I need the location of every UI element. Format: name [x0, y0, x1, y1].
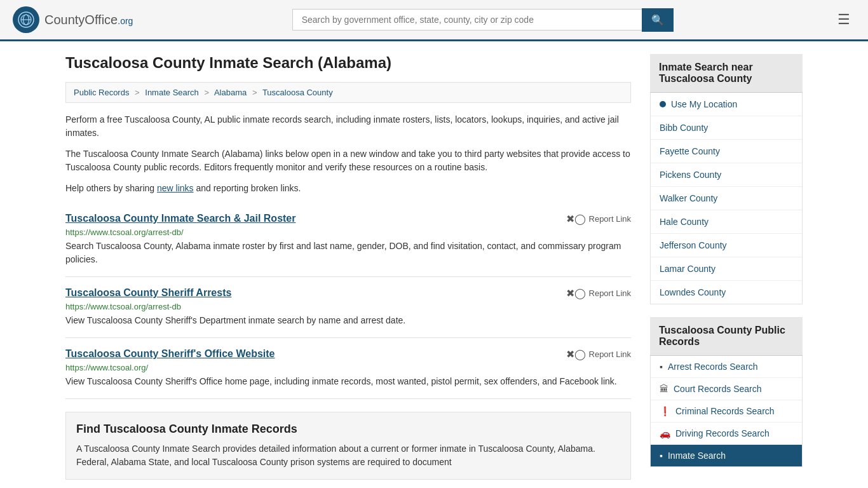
report-icon-3: ✖◯ — [566, 348, 586, 360]
nearby-walker-link[interactable]: Walker County — [660, 193, 717, 203]
breadcrumb: Public Records > Inmate Search > Alabama… — [65, 82, 631, 103]
search-button[interactable]: 🔍 — [642, 8, 674, 32]
result-title-1[interactable]: Tuscaloosa County Inmate Search & Jail R… — [65, 213, 295, 224]
result-header-1: Tuscaloosa County Inmate Search & Jail R… — [65, 213, 631, 225]
breadcrumb-sep-1: > — [135, 88, 140, 97]
result-desc-2: View Tuscaloosa County Sheriff's Departm… — [65, 314, 631, 327]
new-links-link[interactable]: new links — [157, 183, 194, 193]
inmate-icon: ▪ — [660, 451, 663, 461]
nearby-walker[interactable]: Walker County — [651, 187, 802, 210]
inmate-link[interactable]: Inmate Search — [668, 451, 726, 461]
nearby-hale[interactable]: Hale County — [651, 210, 802, 234]
driving-icon: 🚗 — [660, 428, 670, 438]
rec-court[interactable]: 🏛 Court Records Search — [651, 378, 802, 400]
arrest-icon: ▪ — [660, 362, 663, 372]
public-records-section: Tuscaloosa County Public Records ▪ Arres… — [650, 317, 803, 467]
logo-text: CountyOffice.org — [44, 13, 133, 27]
logo-icon — [13, 6, 39, 33]
search-input[interactable] — [292, 9, 642, 30]
nearby-section: Inmate Search near Tuscaloosa County Use… — [650, 54, 803, 304]
site-header: CountyOffice.org 🔍 ☰ — [0, 0, 868, 41]
nearby-list: Use My Location Bibb County Fayette Coun… — [650, 93, 803, 304]
nearby-lamar-link[interactable]: Lamar County — [660, 264, 715, 274]
breadcrumb-sep-2: > — [204, 88, 209, 97]
breadcrumb-tuscaloosa[interactable]: Tuscaloosa County — [262, 88, 333, 97]
court-icon: 🏛 — [660, 384, 668, 394]
use-location-link[interactable]: Use My Location — [671, 99, 737, 109]
location-dot-icon — [660, 101, 666, 107]
main-container: Tuscaloosa County Inmate Search (Alabama… — [53, 41, 815, 488]
report-icon-1: ✖◯ — [566, 213, 586, 225]
breadcrumb-sep-3: > — [252, 88, 257, 97]
rec-driving[interactable]: 🚗 Driving Records Search — [651, 423, 802, 445]
logo-tld: .org — [118, 16, 133, 26]
result-item-3: Tuscaloosa County Sheriff's Office Websi… — [65, 338, 631, 399]
result-url-3: https://www.tcsoal.org/ — [65, 363, 631, 372]
desc3-suffix: and reporting broken links. — [194, 183, 301, 193]
find-desc: A Tuscaloosa County Inmate Search provid… — [76, 442, 620, 469]
page-title: Tuscaloosa County Inmate Search (Alabama… — [65, 54, 631, 72]
desc3-prefix: Help others by sharing — [65, 183, 157, 193]
find-title: Find Tuscaloosa County Inmate Records — [76, 423, 620, 436]
logo-area: CountyOffice.org — [13, 6, 133, 33]
public-records-list: ▪ Arrest Records Search 🏛 Court Records … — [650, 356, 803, 467]
search-area: 🔍 — [292, 8, 674, 32]
report-label-3: Report Link — [589, 349, 631, 359]
nearby-jefferson[interactable]: Jefferson County — [651, 234, 802, 257]
nearby-pickens[interactable]: Pickens County — [651, 163, 802, 187]
description-3: Help others by sharing new links and rep… — [65, 182, 631, 195]
description-2: The Tuscaloosa County Inmate Search (Ala… — [65, 147, 631, 174]
nearby-lamar[interactable]: Lamar County — [651, 257, 802, 281]
breadcrumb-alabama[interactable]: Alabama — [214, 88, 247, 97]
result-header-3: Tuscaloosa County Sheriff's Office Websi… — [65, 348, 631, 360]
result-item-1: Tuscaloosa County Inmate Search & Jail R… — [65, 203, 631, 277]
report-label-2: Report Link — [589, 288, 631, 298]
result-header-2: Tuscaloosa County Sheriff Arrests ✖◯ Rep… — [65, 287, 631, 299]
sidebar: Inmate Search near Tuscaloosa County Use… — [650, 54, 803, 480]
breadcrumb-public-records[interactable]: Public Records — [74, 88, 129, 97]
driving-link[interactable]: Driving Records Search — [675, 428, 770, 438]
result-item-2: Tuscaloosa County Sheriff Arrests ✖◯ Rep… — [65, 277, 631, 338]
result-desc-3: View Tuscaloosa County Sheriff's Office … — [65, 375, 631, 388]
nearby-header: Inmate Search near Tuscaloosa County — [650, 54, 803, 93]
result-url-1: https://www.tcsoal.org/arrest-db/ — [65, 227, 631, 237]
nearby-bibb-link[interactable]: Bibb County — [660, 123, 708, 133]
description-1: Perform a free Tuscaloosa County, AL pub… — [65, 113, 631, 140]
criminal-link[interactable]: Criminal Records Search — [675, 406, 775, 416]
public-records-header: Tuscaloosa County Public Records — [650, 317, 803, 356]
report-icon-2: ✖◯ — [566, 287, 586, 299]
use-location-item[interactable]: Use My Location — [651, 93, 802, 116]
find-section: Find Tuscaloosa County Inmate Records A … — [65, 412, 631, 480]
arrest-link[interactable]: Arrest Records Search — [668, 362, 758, 372]
nearby-jefferson-link[interactable]: Jefferson County — [660, 240, 727, 250]
menu-button[interactable]: ☰ — [832, 9, 855, 30]
result-url-2: https://www.tcsoal.org/arrest-db — [65, 302, 631, 311]
report-label-1: Report Link — [589, 214, 631, 224]
report-link-3[interactable]: ✖◯ Report Link — [566, 348, 631, 360]
rec-criminal[interactable]: ❗ Criminal Records Search — [651, 400, 802, 423]
result-desc-1: Search Tuscaloosa County, Alabama inmate… — [65, 240, 631, 266]
criminal-icon: ❗ — [660, 406, 670, 416]
nearby-bibb[interactable]: Bibb County — [651, 116, 802, 140]
rec-arrest[interactable]: ▪ Arrest Records Search — [651, 356, 802, 378]
nearby-fayette-link[interactable]: Fayette County — [660, 146, 720, 156]
nearby-lowndes-link[interactable]: Lowndes County — [660, 287, 726, 297]
nearby-fayette[interactable]: Fayette County — [651, 140, 802, 163]
rec-inmate[interactable]: ▪ Inmate Search — [651, 445, 802, 466]
breadcrumb-inmate-search[interactable]: Inmate Search — [145, 88, 199, 97]
nearby-pickens-link[interactable]: Pickens County — [660, 170, 721, 180]
result-title-2[interactable]: Tuscaloosa County Sheriff Arrests — [65, 287, 231, 299]
court-link[interactable]: Court Records Search — [674, 384, 762, 394]
nearby-lowndes[interactable]: Lowndes County — [651, 281, 802, 304]
result-title-3[interactable]: Tuscaloosa County Sheriff's Office Websi… — [65, 348, 275, 360]
logo-name: CountyOffice — [44, 13, 118, 27]
report-link-1[interactable]: ✖◯ Report Link — [566, 213, 631, 225]
content-area: Tuscaloosa County Inmate Search (Alabama… — [65, 54, 631, 480]
report-link-2[interactable]: ✖◯ Report Link — [566, 287, 631, 299]
nearby-hale-link[interactable]: Hale County — [660, 217, 709, 227]
